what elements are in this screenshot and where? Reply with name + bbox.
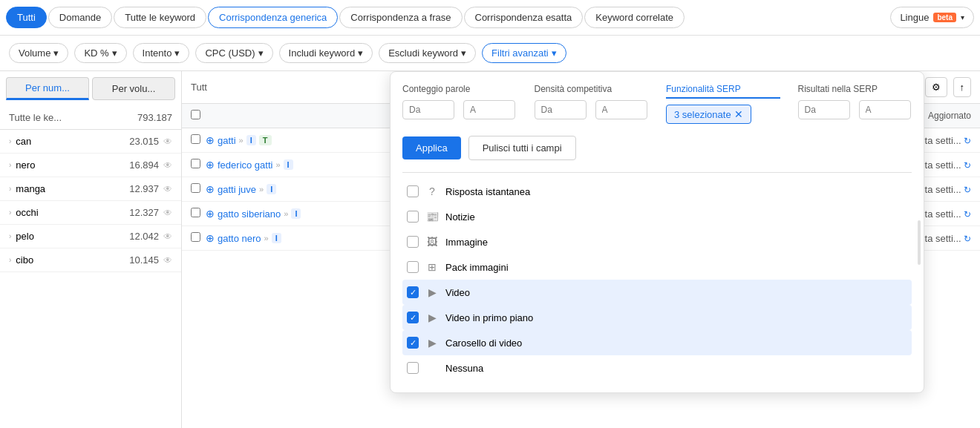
add-icon[interactable]: ⊕ (206, 232, 215, 244)
sidebar-keyword: occhi (16, 207, 38, 218)
add-icon[interactable]: ⊕ (206, 134, 215, 146)
refresh-icon[interactable]: ↻ (964, 185, 971, 195)
sidebar-volume: 12.327 (129, 207, 159, 218)
checkbox-immagine[interactable] (407, 236, 419, 248)
row-checkbox[interactable] (191, 134, 206, 146)
checkbox-carosello[interactable]: ✓ (407, 337, 419, 349)
includi-filter[interactable]: Includi keyword ▾ (279, 43, 373, 63)
word-count-column: Conteggio parole (402, 84, 517, 124)
list-item[interactable]: › occhi 12.327 👁 (0, 201, 181, 225)
serp-item-pack[interactable]: ⊞ Pack immagini (402, 254, 912, 280)
sidebar-list: › can 23.015 👁 › nero 16.894 👁 (0, 130, 181, 272)
header-checkbox[interactable] (191, 110, 206, 122)
serp-item-risposta[interactable]: ? Risposta istantanea (402, 179, 912, 204)
checkbox-pack[interactable] (407, 261, 419, 273)
row-checkbox[interactable] (191, 183, 206, 195)
checkbox-video[interactable]: ✓ (407, 286, 419, 298)
video-primo-label: Video in primo piano (445, 312, 907, 323)
chevron-right-icon: › (9, 161, 11, 169)
divider (402, 172, 912, 173)
advanced-filter-dropdown: Conteggio parole Densità competitiva (390, 71, 924, 393)
word-count-title: Conteggio parole (402, 84, 517, 94)
tab-corrispondenza-esatta[interactable]: Corrispondenza esatta (464, 7, 584, 28)
selected-count-tag: 3 selezionate ✕ (666, 105, 751, 124)
export-button[interactable]: ↑ (953, 77, 972, 97)
competitive-density-from[interactable] (535, 100, 587, 119)
serp-results-from[interactable] (798, 100, 850, 119)
arrows-icon: » (259, 185, 264, 194)
serp-item-video-primo[interactable]: ✓ ▶ Video in primo piano (402, 305, 912, 330)
refresh-icon[interactable]: ↻ (964, 160, 971, 171)
immagine-icon: 🖼 (425, 234, 440, 249)
notizie-label: Notizie (445, 211, 907, 223)
refresh-icon[interactable]: ↻ (964, 234, 971, 244)
list-item[interactable]: › nero 16.894 👁 (0, 154, 181, 177)
cpc-chevron-icon: ▾ (258, 47, 264, 59)
eye-icon: 👁 (163, 184, 172, 194)
row-checkbox[interactable] (191, 208, 206, 220)
kd-filter[interactable]: KD % ▾ (74, 43, 126, 63)
serp-item-carosello[interactable]: ✓ ▶ Carosello di video (402, 330, 912, 355)
all-col-header: Tutt (191, 82, 207, 93)
add-icon[interactable]: ⊕ (206, 159, 215, 171)
row-checkbox[interactable] (191, 159, 206, 171)
language-button[interactable]: Lingue beta ▾ (890, 7, 974, 28)
intento-filter[interactable]: Intento ▾ (133, 43, 190, 63)
language-label: Lingue (900, 12, 929, 23)
add-icon[interactable]: ⊕ (206, 183, 215, 195)
list-item[interactable]: › can 23.015 👁 (0, 130, 181, 154)
serp-item-video[interactable]: ✓ ▶ Video (402, 280, 912, 305)
settings-button[interactable]: ⚙ (925, 77, 947, 97)
volume-chevron-icon: ▾ (53, 47, 59, 59)
clear-selected-button[interactable]: ✕ (734, 108, 743, 120)
filtri-avanzati-filter[interactable]: Filtri avanzati ▾ (482, 43, 566, 63)
main-layout: Per num... Per volu... Tutte le ke... 79… (0, 71, 980, 428)
serp-item-immagine[interactable]: 🖼 Immagine (402, 229, 912, 254)
intento-chevron-icon: ▾ (174, 47, 180, 59)
tab-corrispondenza-frase[interactable]: Corrispondenza a frase (339, 7, 462, 28)
refresh-icon[interactable]: ↻ (964, 209, 971, 220)
carosello-icon: ▶ (425, 335, 440, 350)
word-count-from[interactable] (402, 100, 454, 119)
chevron-right-icon: › (9, 256, 11, 264)
clear-all-button[interactable]: Pulisci tutti i campi (468, 136, 576, 160)
tab-keyword-correlate[interactable]: Keyword correlate (584, 7, 685, 28)
competitive-density-to[interactable] (595, 100, 647, 119)
badge-i: I (284, 159, 293, 170)
tab-domande[interactable]: Domande (48, 7, 112, 28)
cpc-filter[interactable]: CPC (USD) ▾ (195, 43, 272, 63)
escludi-filter[interactable]: Escludi keyword ▾ (379, 43, 476, 63)
chevron-right-icon: › (9, 232, 11, 240)
list-item[interactable]: › cibo 10.145 👁 (0, 248, 181, 272)
scrollbar[interactable] (918, 220, 921, 265)
row-checkbox[interactable] (191, 232, 206, 244)
serp-results-title: Risultati nella SERP (798, 84, 912, 94)
tab-tutte-keyword[interactable]: Tutte le keyword (114, 7, 206, 28)
checkbox-notizie[interactable] (407, 211, 419, 223)
eye-icon: 👁 (163, 208, 172, 218)
list-item[interactable]: › pelo 12.042 👁 (0, 225, 181, 248)
sidebar-keyword: pelo (16, 231, 34, 242)
volume-filter[interactable]: Volume ▾ (9, 43, 68, 63)
word-count-to[interactable] (463, 100, 515, 119)
all-keywords-label: Tutte le ke... (9, 112, 62, 123)
sidebar-keyword: cibo (16, 254, 33, 266)
tab-corrispondenza-generica[interactable]: Corrispondenza generica (208, 7, 338, 28)
sidebar-tab-per-volume[interactable]: Per volu... (92, 77, 175, 100)
serp-item-notizie[interactable]: 📰 Notizie (402, 204, 912, 229)
checkbox-risposta[interactable] (407, 185, 419, 197)
checkbox-video-primo[interactable]: ✓ (407, 312, 419, 323)
list-item[interactable]: › manga 12.937 👁 (0, 177, 181, 201)
carosello-label: Carosello di video (445, 338, 907, 349)
add-icon[interactable]: ⊕ (206, 208, 215, 220)
tab-tutti[interactable]: Tutti (6, 7, 47, 28)
chevron-right-icon: › (9, 208, 11, 217)
serp-results-to[interactable] (859, 100, 911, 119)
checkbox-nessuna[interactable] (407, 362, 419, 374)
apply-button[interactable]: Applica (402, 136, 461, 159)
competitive-density-column: Densità competitiva (535, 84, 649, 124)
refresh-icon[interactable]: ↻ (964, 136, 971, 146)
sidebar-tab-per-numero[interactable]: Per num... (6, 77, 89, 100)
chevron-right-icon: › (9, 137, 11, 145)
serp-item-nessuna[interactable]: Nessuna (402, 355, 912, 381)
